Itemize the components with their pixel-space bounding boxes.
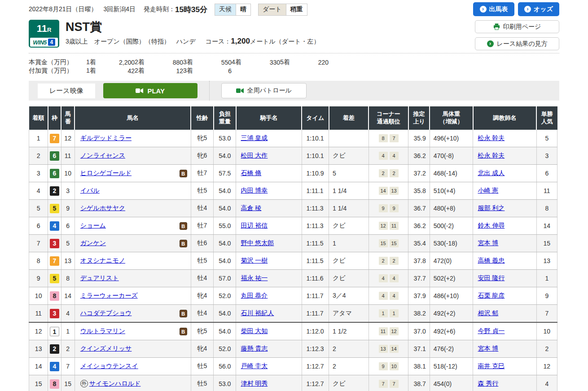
odds-button[interactable]: オッズ [518,2,559,16]
horse-name-cell: ミラーウォーカーズ [75,287,191,305]
table-row: 559シゲルホサヤク牡454.0高倉 稜1:11.31 1/49936.7480… [29,200,557,217]
trainer-link[interactable]: 石栗 龍彦 [478,292,505,299]
rank-cell: 9 [29,270,48,287]
trainer-link[interactable]: 服部 利之 [478,204,505,211]
jockey-link[interactable]: 野中 悠太郎 [241,239,274,246]
horse-number-cell: 5 [61,235,75,252]
sex-age-cell: 牡6 [191,235,213,252]
body-weight-cell: 480(+8) [430,200,473,217]
jockey-link[interactable]: 柴田 大知 [241,327,268,334]
trainer-link[interactable]: 松永 幹夫 [478,152,505,159]
body-weight-cell: 476(-2) [430,340,473,358]
sex-age-cell: 牡4 [191,270,213,287]
table-row: 3610Bヒロシゲゴールド牡757.5石橋 脩1:10.952237.2468(… [29,165,557,182]
main-prize-row: 本賞金（万円） 1着2,200 2着880 3着550 4着330 5着220 [29,58,559,66]
trainer-link[interactable]: 相沢 郁 [478,309,498,316]
horse-name-cell: イバル [75,182,191,200]
waku-cell: 8 [48,375,61,391]
rank-cell: 10 [29,287,48,305]
horse-name-link[interactable]: シゲルホサヤク [80,204,125,211]
favorite-cell: 8 [536,200,557,217]
horse-name-link[interactable]: ノンライセンス [80,152,125,159]
results-table: 着順 枠 馬 番 馬名 性齢 負担 重量 騎手名 タイム 着差 コーナー 通過順… [29,106,557,391]
favorite-cell: 4 [536,375,557,391]
waku-cell: 2 [48,340,61,358]
jockey-link[interactable]: 福永 祐一 [241,274,268,281]
jockey-link[interactable]: 三浦 皇成 [241,134,268,141]
track-label: ダート [259,4,286,15]
rank-cell: 13 [29,340,48,358]
table-row: 10814ミラーウォーカーズ牝452.0丸田 恭介1:11.73／44437.9… [29,287,557,305]
trainer-link[interactable]: 今野 貞一 [478,327,505,334]
horse-name-link[interactable]: ショーム [80,222,106,229]
corner-cell: 22 [369,252,408,270]
horse-name-cell: メイショウテンスイ [75,358,191,375]
last-3f-cell: 37.9 [408,287,430,305]
trainer-link[interactable]: 北出 成人 [478,169,505,176]
trainer-link[interactable]: 宮本 博 [478,345,498,352]
weather-badge: 天候 晴 [215,4,251,16]
trainer-link[interactable]: 松永 幹夫 [478,134,505,141]
horse-name-link[interactable]: サイモンハロルド [89,380,141,387]
start-time-value: 15時35分 [175,4,207,15]
jockey-link[interactable]: 石橋 脩 [241,169,261,176]
waku-badge: 6 [50,151,59,161]
horse-name-link[interactable]: メイショウテンスイ [80,362,138,369]
patrol-video-button[interactable]: 全周パトロール [221,83,307,98]
jockey-link[interactable]: 田辺 裕信 [241,222,268,229]
horse-name-link[interactable]: オヌシナニモノ [80,257,125,264]
horse-name-link[interactable]: デュアリスト [80,274,119,281]
trainer-link[interactable]: 森 秀行 [478,380,498,387]
horse-number-cell: 10 [61,165,75,182]
trainer-cell: 小崎 憲 [473,182,536,200]
trainer-link[interactable]: 鈴木 伸尋 [478,222,505,229]
jockey-cell: 柴田 大知 [236,322,302,340]
horse-name-link[interactable]: ハコダテブショウ [80,309,132,316]
entries-button[interactable]: 出馬表 [473,2,514,16]
horse-name-link[interactable]: ミラーウォーカーズ [80,292,138,299]
jockey-cell: 菊沢 一樹 [236,252,302,270]
trainer-link[interactable]: 安田 隆行 [478,274,505,281]
corner-position: 9 [390,204,399,212]
trainer-link[interactable]: 南井 克巳 [478,362,505,369]
horse-name-link[interactable]: ウルトラマリン [80,327,125,334]
waku-cell: 6 [48,147,61,165]
course-distance: 1,200 [231,37,250,45]
jockey-link[interactable]: 藤懸 貴志 [241,345,268,352]
time-cell: 1:11.5 [302,235,329,252]
horse-name-cell: Bショーム [75,217,191,235]
horse-name-link[interactable]: ギルデッドミラー [80,134,132,141]
prize-place: 5着 [280,58,302,66]
play-video-button[interactable]: PLAY [103,83,197,98]
trainer-link[interactable]: 高橋 義忠 [478,257,505,264]
weight-cell: 54.0 [214,200,236,217]
table-row: 423イバル牡554.0内田 博幸1:11.11 1/4141335.8510(… [29,182,557,200]
horse-name-link[interactable]: イバル [80,187,100,194]
corner-cell: 44 [369,147,408,165]
margin-cell: クビ [329,147,369,165]
horse-name-link[interactable]: ガンケン [80,239,106,246]
horse-name-link[interactable]: クインズメリッサ [80,345,132,352]
jockey-link[interactable]: 菊沢 一樹 [241,257,268,264]
jockey-link[interactable]: 石川 裕紀人 [241,309,274,316]
jockey-link[interactable]: 高倉 稜 [241,204,261,211]
jockey-link[interactable]: 松田 大作 [241,152,268,159]
corner-cell: 22 [369,165,408,182]
horse-name-cell: クインズメリッサ [75,340,191,358]
print-page-button[interactable]: 印刷用ページ [475,20,559,33]
jockey-link[interactable]: 内田 博幸 [241,187,268,194]
horse-name-link[interactable]: ヒロシゲゴールド [80,169,132,176]
margin-cell: 1 1/4 [329,200,369,217]
prize-amount: 550 [205,59,232,66]
body-weight-cell: 502(+2) [430,270,473,287]
time-cell: 1:11.1 [302,182,329,200]
waku-cell: 5 [48,200,61,217]
jockey-link[interactable]: 戸崎 圭太 [241,362,268,369]
jockey-link[interactable]: 津村 明秀 [241,380,268,387]
margin-cell: アタマ [329,305,369,323]
result-guide-button[interactable]: レース結果の見方 [475,37,559,50]
trainer-link[interactable]: 小崎 憲 [478,187,498,194]
horse-number-cell: 9 [61,200,75,217]
trainer-link[interactable]: 宮本 博 [478,239,498,246]
jockey-link[interactable]: 丸田 恭介 [241,292,268,299]
